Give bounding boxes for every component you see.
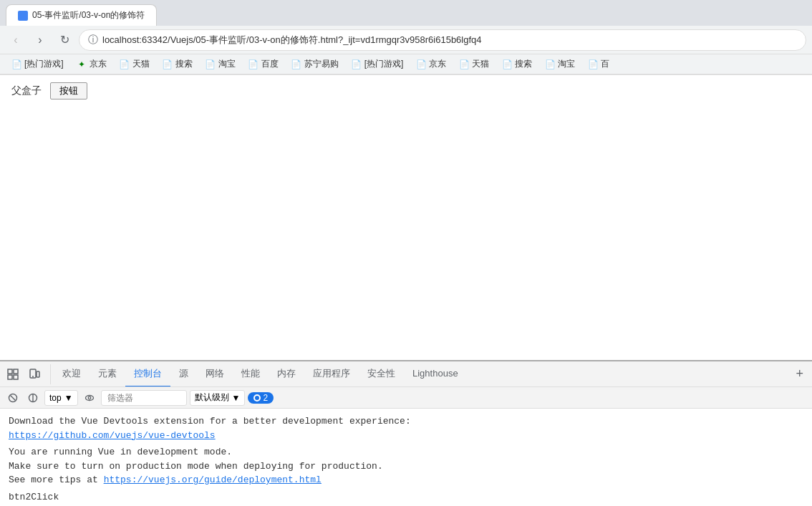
info-icon: ⓘ <box>88 34 98 47</box>
console-line-devmode-3: See more tips at https://vuejs.org/guide… <box>9 473 803 487</box>
tab-lighthouse[interactable]: Lighthouse <box>404 361 467 387</box>
tab-performance[interactable]: 性能 <box>233 361 269 387</box>
bookmark-search-1[interactable]: 📄 搜索 <box>157 57 198 72</box>
browser-chrome: 05-事件监听/03-v-on的修饰符 ‹ › ↻ ⓘ localhost:63… <box>0 0 812 75</box>
bookmark-page-icon: 📄 <box>459 59 469 69</box>
bookmark-taobao-2[interactable]: 📄 淘宝 <box>539 57 581 72</box>
level-label: 默认级别 <box>195 391 229 404</box>
bookmark-bai[interactable]: 📄 百 <box>582 57 615 72</box>
bookmark-page-icon: 📄 <box>206 59 216 69</box>
devtools-toolbar: top ▼ 默认级别 ▼ 2 <box>0 387 812 409</box>
bookmark-label: 百度 <box>261 58 279 70</box>
bookmark-label: 搜索 <box>515 58 532 70</box>
bookmark-baidu-1[interactable]: 📄 百度 <box>243 57 284 72</box>
bookmark-label: [热门游戏] <box>364 58 404 70</box>
refresh-button[interactable]: ↻ <box>54 30 74 50</box>
tab-application[interactable]: 应用程序 <box>304 361 359 387</box>
bookmark-label: [热门游戏] <box>24 58 64 70</box>
bookmark-page-icon: 📄 <box>120 59 130 69</box>
tab-bar: 05-事件监听/03-v-on的修饰符 <box>0 0 812 26</box>
svg-point-11 <box>85 395 93 400</box>
bookmark-tmall-1[interactable]: 📄 天猫 <box>114 57 155 72</box>
svg-rect-3 <box>14 375 18 379</box>
bookmark-page-icon: 📄 <box>545 59 555 69</box>
bookmark-label: 百 <box>601 58 609 70</box>
bookmark-page-icon: 📄 <box>588 59 598 69</box>
bookmark-label: 苏宁易购 <box>304 58 339 70</box>
bookmark-search-2[interactable]: 📄 搜索 <box>496 57 538 72</box>
bookmarks-bar: 📄 [热门游戏] ✦ 京东 📄 天猫 📄 搜索 📄 淘宝 📄 百度 📄 苏宁易购 <box>0 54 812 74</box>
back-button[interactable]: ‹ <box>6 30 26 50</box>
bookmark-jd-1[interactable]: ✦ 京东 <box>71 57 112 72</box>
info-dot <box>253 394 261 402</box>
devtools-panel: 欢迎 元素 控制台 源 网络 性能 内存 应用程序 安全性 Lighthouse… <box>0 360 812 506</box>
bookmark-jd-2[interactable]: 📄 京东 <box>410 57 452 72</box>
level-select[interactable]: 默认级别 ▼ <box>190 390 246 406</box>
eye-icon-button[interactable] <box>81 389 98 407</box>
bookmark-page-icon: 📄 <box>352 59 362 69</box>
tab-security[interactable]: 安全性 <box>359 361 404 387</box>
bookmark-taobao-1[interactable]: 📄 淘宝 <box>200 57 241 72</box>
context-label: top <box>49 393 62 403</box>
tab-favicon <box>18 11 28 21</box>
tab-sources[interactable]: 源 <box>170 361 197 387</box>
tab-console[interactable]: 控制台 <box>125 361 170 387</box>
bookmark-tmall-2[interactable]: 📄 天猫 <box>453 57 495 72</box>
bookmark-page-icon: 📄 <box>163 59 173 69</box>
address-text: localhost:63342/Vuejs/05-事件监听/03-v-on的修饰… <box>102 34 797 47</box>
bookmark-suning-1[interactable]: 📄 苏宁易购 <box>286 57 344 72</box>
page-father-label: 父盒子 <box>11 84 42 96</box>
console-line-devmode-2: Make sure to turn on production mode whe… <box>9 459 803 474</box>
forward-button[interactable]: › <box>30 30 50 50</box>
deployment-link[interactable]: https://vuejs.org/guide/deployment.html <box>104 475 322 485</box>
context-select[interactable]: top ▼ <box>44 390 78 406</box>
tab-elements[interactable]: 元素 <box>90 361 125 387</box>
level-dropdown-icon: ▼ <box>232 393 241 403</box>
bookmark-label: 京东 <box>429 58 446 70</box>
clear-console-button[interactable] <box>4 389 21 407</box>
devtools-device-icon[interactable] <box>24 364 44 384</box>
svg-point-12 <box>88 396 91 399</box>
page-content: 父盒子 按钮 <box>0 75 812 329</box>
context-dropdown-icon: ▼ <box>64 393 73 403</box>
nav-bar: ‹ › ↻ ⓘ localhost:63342/Vuejs/05-事件监听/03… <box>0 26 812 54</box>
console-line-devmode-1: You are running Vue in development mode. <box>9 445 803 459</box>
tab-memory[interactable]: 内存 <box>269 361 304 387</box>
console-line-btn2: btn2Click <box>9 490 803 502</box>
svg-rect-2 <box>8 375 12 379</box>
badge-count: 2 <box>263 393 268 403</box>
bookmark-label: 天猫 <box>132 58 150 70</box>
bookmark-page-icon: 📄 <box>291 59 301 69</box>
message-count-badge: 2 <box>248 392 274 404</box>
bookmark-page-icon: 📄 <box>502 59 512 69</box>
bookmark-label: 搜索 <box>175 58 193 70</box>
devtools-inspect-icon[interactable] <box>3 364 23 384</box>
address-bar[interactable]: ⓘ localhost:63342/Vuejs/05-事件监听/03-v-on的… <box>79 29 806 51</box>
bookmark-label: 淘宝 <box>558 58 575 70</box>
tab-welcome[interactable]: 欢迎 <box>54 361 90 387</box>
console-line-devtools-link: https://github.com/vuejs/vue-devtools <box>9 429 803 443</box>
devtools-link[interactable]: https://github.com/vuejs/vue-devtools <box>9 430 216 441</box>
bookmark-jd-icon: ✦ <box>77 59 87 69</box>
svg-rect-5 <box>37 371 39 377</box>
filter-input[interactable] <box>101 390 187 406</box>
add-tab-button[interactable]: + <box>790 364 809 384</box>
console-line-devtools: Download the Vue Devtools extension for … <box>9 414 803 429</box>
bookmark-hotgames-2[interactable]: 📄 [热门游戏] <box>346 57 410 72</box>
bookmark-page-icon: 📄 <box>11 59 21 69</box>
tab-title: 05-事件监听/03-v-on的修饰符 <box>32 9 145 21</box>
bookmark-label: 天猫 <box>472 58 489 70</box>
page-button[interactable]: 按钮 <box>50 82 87 99</box>
svg-line-8 <box>11 395 16 400</box>
active-tab[interactable]: 05-事件监听/03-v-on的修饰符 <box>6 4 157 26</box>
tab-network[interactable]: 网络 <box>197 361 233 387</box>
bookmark-label: 京东 <box>90 58 107 70</box>
bookmark-page-icon: 📄 <box>416 59 426 69</box>
devtools-tabbar: 欢迎 元素 控制台 源 网络 性能 内存 应用程序 安全性 Lighthouse… <box>0 361 812 387</box>
bookmark-page-icon: 📄 <box>248 59 258 69</box>
svg-rect-0 <box>8 369 12 374</box>
bookmark-label: 淘宝 <box>218 58 236 70</box>
bookmark-hotgames-1[interactable]: 📄 [热门游戏] <box>6 57 69 72</box>
console-output: Download the Vue Devtools extension for … <box>0 409 812 502</box>
filter-icon-button[interactable] <box>24 389 42 407</box>
